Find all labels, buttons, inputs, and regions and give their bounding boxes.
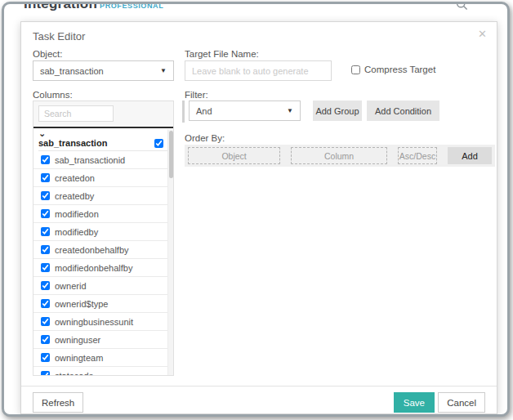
footer-divider bbox=[21, 386, 497, 386]
column-item-label: statecode bbox=[55, 371, 94, 377]
columns-group-row[interactable]: sab_transaction bbox=[38, 137, 168, 151]
order-by-direction-slot[interactable]: Asc/Desc bbox=[398, 147, 437, 164]
columns-group-header: ⌄ sab_transaction bbox=[33, 128, 173, 151]
target-file-input[interactable] bbox=[185, 60, 332, 81]
column-item-label: modifiedonbehalfby bbox=[55, 263, 132, 273]
column-item-label: createdby bbox=[55, 191, 94, 201]
columns-label: Columns: bbox=[33, 90, 73, 100]
columns-search-input[interactable] bbox=[38, 105, 114, 122]
column-item-label: modifiedby bbox=[55, 227, 98, 237]
close-icon[interactable]: ✕ bbox=[478, 28, 487, 40]
task-editor-dialog: Task Editor ✕ Object: sab_transaction ▼ … bbox=[20, 21, 497, 414]
column-item[interactable]: modifiedby bbox=[33, 223, 173, 241]
columns-scrollbar-thumb[interactable] bbox=[169, 131, 173, 178]
app-logo: IntegrationPROFESSIONAL bbox=[24, 2, 163, 12]
filter-operator-value: And bbox=[196, 106, 212, 116]
column-item-checkbox[interactable] bbox=[41, 191, 50, 200]
order-by-bar: Object Column Asc/Desc Add bbox=[185, 145, 495, 167]
order-by-add-button[interactable]: Add bbox=[448, 147, 492, 164]
column-item-checkbox[interactable] bbox=[41, 227, 50, 236]
column-item-label: ownerid$type bbox=[55, 299, 108, 309]
object-select[interactable]: sab_transaction ▼ bbox=[33, 60, 174, 81]
add-condition-button[interactable]: Add Condition bbox=[367, 101, 439, 121]
add-group-button[interactable]: Add Group bbox=[313, 101, 362, 121]
column-item[interactable]: owninguser bbox=[33, 331, 173, 349]
column-item[interactable]: createdby bbox=[33, 187, 173, 205]
object-label: Object: bbox=[33, 49, 62, 59]
cancel-button[interactable]: Cancel bbox=[438, 392, 485, 413]
target-file-label: Target File Name: bbox=[185, 49, 259, 59]
filter-operator-select[interactable]: And ▼ bbox=[189, 101, 301, 121]
column-item[interactable]: modifiedon bbox=[33, 205, 173, 223]
column-item-checkbox[interactable] bbox=[41, 173, 50, 182]
column-item-label: createdon bbox=[55, 173, 95, 183]
filter-label: Filter: bbox=[185, 90, 208, 100]
column-item-label: owningteam bbox=[55, 353, 103, 363]
column-item-checkbox[interactable] bbox=[41, 263, 50, 272]
collapse-chevron-icon[interactable]: ⌄ bbox=[38, 130, 168, 137]
column-item[interactable]: sab_transactionid bbox=[33, 151, 173, 169]
compress-target-option[interactable]: Compress Target bbox=[351, 65, 435, 74]
column-item-checkbox[interactable] bbox=[41, 371, 50, 376]
columns-group-checkbox[interactable] bbox=[154, 139, 163, 148]
chevron-down-icon: ▼ bbox=[287, 107, 293, 114]
window-frame: IntegrationPROFESSIONAL Task Editor ✕ Ob… bbox=[2, 2, 510, 417]
column-item-label: createdonbehalfby bbox=[55, 245, 129, 255]
chevron-down-icon: ▼ bbox=[160, 67, 167, 74]
columns-list: sab_transactionid createdon createdby mo… bbox=[33, 151, 173, 376]
column-item[interactable]: owningbusinessunit bbox=[33, 313, 173, 331]
column-item[interactable]: modifiedonbehalfby bbox=[33, 259, 173, 277]
columns-group-name: sab_transaction bbox=[38, 138, 107, 148]
column-item-checkbox[interactable] bbox=[41, 281, 50, 290]
app-logo-badge: PROFESSIONAL bbox=[100, 2, 163, 10]
column-item[interactable]: owningteam bbox=[33, 349, 173, 367]
compress-target-checkbox[interactable] bbox=[351, 65, 360, 74]
columns-scrollbar[interactable] bbox=[167, 129, 173, 375]
object-select-value: sab_transaction bbox=[40, 66, 104, 76]
column-item-checkbox[interactable] bbox=[41, 317, 50, 326]
order-by-object-slot[interactable]: Object bbox=[188, 147, 280, 164]
column-item[interactable]: ownerid bbox=[33, 277, 173, 295]
compress-target-label: Compress Target bbox=[364, 65, 435, 74]
column-item[interactable]: createdonbehalfby bbox=[33, 241, 173, 259]
column-item-label: sab_transactionid bbox=[55, 155, 125, 165]
column-item-label: modifiedon bbox=[55, 209, 99, 219]
column-item[interactable]: ownerid$type bbox=[33, 295, 173, 313]
column-item-checkbox[interactable] bbox=[41, 335, 50, 344]
app-logo-text: Integration bbox=[24, 2, 97, 11]
dialog-title: Task Editor bbox=[33, 30, 85, 42]
save-button[interactable]: Save bbox=[394, 392, 435, 413]
column-item[interactable]: createdon bbox=[33, 169, 173, 187]
column-item-checkbox[interactable] bbox=[41, 245, 50, 254]
order-by-label: Order By: bbox=[185, 133, 225, 143]
column-item-checkbox[interactable] bbox=[41, 353, 50, 362]
column-item[interactable]: statecode bbox=[33, 367, 173, 376]
column-item-checkbox[interactable] bbox=[41, 299, 50, 308]
search-icon[interactable] bbox=[456, 2, 468, 14]
order-by-column-slot[interactable]: Column bbox=[291, 147, 387, 164]
column-item-checkbox[interactable] bbox=[41, 155, 50, 164]
refresh-button[interactable]: Refresh bbox=[33, 392, 83, 413]
columns-panel: ⌄ sab_transaction sab_transactionid crea… bbox=[33, 101, 174, 376]
column-item-label: owningbusinessunit bbox=[55, 317, 133, 327]
column-item-label: ownerid bbox=[55, 281, 87, 291]
column-item-label: owninguser bbox=[55, 335, 100, 345]
columns-search-bar bbox=[33, 101, 173, 128]
column-item-checkbox[interactable] bbox=[41, 209, 50, 218]
filter-group-indicator bbox=[182, 101, 185, 123]
